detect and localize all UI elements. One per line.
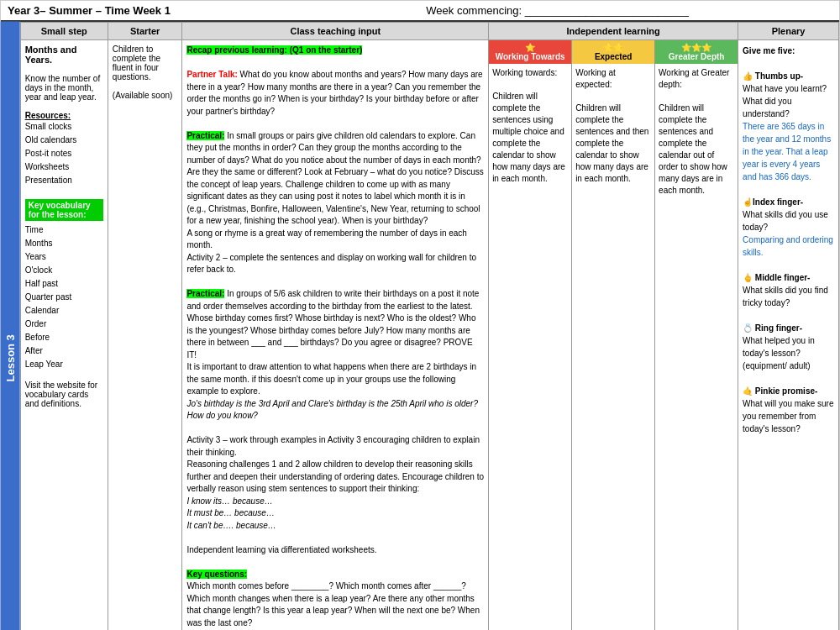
recap-label: Recap previous learning: (Q1 on the star… <box>186 45 484 57</box>
activity2-text: Activity 2 – complete the sentences and … <box>186 252 484 276</box>
practical1-label: Practical: <box>186 131 224 140</box>
exp-text: Working at expected: Children will compl… <box>575 67 651 185</box>
greater-depth-label: Greater Depth <box>669 52 725 61</box>
resource-item: Worksheets <box>25 160 103 174</box>
col-independent: Independent learning <box>489 23 738 40</box>
resource-item: Post-it notes <box>25 147 103 160</box>
expected-cell: ⭐⭐ Expected Working at expected: Childre… <box>572 40 655 631</box>
pinkie-section: 🤙 Pinkie promise- What will you make sur… <box>743 385 834 435</box>
middle-text: What skills did you find tricky today? <box>743 286 828 307</box>
working-towards-cell: ⭐ Working Towards Working towards: Child… <box>489 40 572 631</box>
greater-depth-content: Working at Greater depth: Children will … <box>655 64 738 200</box>
greater-depth-stars: ⭐⭐⭐ <box>681 43 711 52</box>
key-questions-text: Which month comes before ________? Which… <box>186 580 484 629</box>
greater-depth-header: ⭐⭐⭐ Greater Depth <box>655 40 738 64</box>
reasoning-text: Reasoning challenges 1 and 2 allow child… <box>186 459 484 496</box>
important-text: It is important to draw attention to wha… <box>186 361 484 398</box>
website-note: Visit the website for vocabulary cards a… <box>25 381 103 408</box>
pinkie-text: What will you make sure you remember fro… <box>743 399 833 433</box>
page: Year 3– Summer – Time Week 1 Week commen… <box>0 0 840 630</box>
header: Year 3– Summer – Time Week 1 Week commen… <box>1 1 839 22</box>
middle-section: 🖕 Middle finger- What skills did you fin… <box>743 271 834 309</box>
song-text: A song or rhyme is a great way of rememb… <box>186 228 484 252</box>
thumb-section: 👍 Thumbs up- What have you learnt? What … <box>743 70 834 183</box>
week-commencing: Week commencing: _______________________… <box>282 4 832 17</box>
ring-text: What helped you in today's lesson? (equi… <box>743 336 815 370</box>
thumb-text: What have you learnt? What did you under… <box>743 84 827 118</box>
resources-title: Resources: <box>25 111 103 120</box>
small-step-title: Months and Years. <box>25 45 103 65</box>
page-title: Year 3– Summer – Time Week 1 <box>8 4 282 17</box>
vocab-item: Years <box>25 250 103 264</box>
wt-text: Working towards: Children will complete … <box>492 67 568 185</box>
pinkie-title: 🤙 Pinkie promise- <box>743 386 817 396</box>
middle-title: 🖕 Middle finger- <box>743 273 810 282</box>
lesson-label: Lesson 3 <box>1 22 20 630</box>
independent-text: Independent learning via differentiated … <box>186 544 484 557</box>
stem1: I know its… because… <box>186 496 484 508</box>
partner-talk-para: Partner Talk: What do you know about mon… <box>186 69 484 118</box>
practical1-para: Practical: In small groups or pairs give… <box>186 130 484 228</box>
index-section: ☝Index finger- What skills did you use t… <box>743 196 834 259</box>
practical2-text: In groups of 5/6 ask children to write t… <box>186 289 479 360</box>
key-questions-para: Key questions: <box>186 569 484 581</box>
greater-depth-cell: ⭐⭐⭐ Greater Depth Working at Greater dep… <box>655 40 738 631</box>
partner-talk-label: Partner Talk: <box>186 70 237 79</box>
working-towards-label: Working Towards <box>496 52 565 61</box>
content-wrap: Lesson 3 Small step Starter Class teachi… <box>1 22 839 630</box>
key-vocab-label: Key vocabulary for the lesson: <box>25 199 103 221</box>
vocab-item: After <box>25 344 103 358</box>
main-table: Small step Starter Class teaching input … <box>20 22 839 630</box>
example-italic: Jo's birthday is the 3rd April and Clare… <box>186 398 484 423</box>
practical2-label: Practical: <box>186 289 224 298</box>
vocab-item: Leap Year <box>25 358 103 371</box>
small-step-description: Know the number of days in the month, ye… <box>25 74 103 102</box>
expected-header: ⭐⭐ Expected <box>572 40 654 64</box>
col-starter: Starter <box>108 23 182 40</box>
col-class-teaching: Class teaching input <box>182 23 489 40</box>
recap-highlight: Recap previous learning: (Q1 on the star… <box>186 45 362 55</box>
resource-item: Presentation <box>25 174 103 187</box>
resource-item: Old calendars <box>25 134 103 147</box>
vocab-item: Months <box>25 237 103 250</box>
resource-item: Small clocks <box>25 120 103 134</box>
ring-section: 💍 Ring finger- What helped you in today'… <box>743 322 834 372</box>
stem2: It must be… because… <box>186 507 484 520</box>
teaching-cell: Recap previous learning: (Q1 on the star… <box>182 40 489 631</box>
expected-stars: ⭐⭐ <box>603 43 623 52</box>
index-blue: Comparing and ordering skills. <box>743 235 833 257</box>
vocab-item: Quarter past <box>25 291 103 304</box>
practical1-text: In small groups or pairs give children o… <box>186 131 483 226</box>
working-towards-header: ⭐ Working Towards <box>489 40 571 64</box>
vocab-item: Order <box>25 318 103 331</box>
gd-text: Working at Greater depth: Children will … <box>659 67 734 197</box>
activity3-text: Activity 3 – work through examples in Ac… <box>186 434 484 459</box>
working-towards-star: ⭐ <box>525 43 535 52</box>
vocab-list: Time Months Years O'clock Half past Quar… <box>25 223 103 371</box>
col-plenary: Plenary <box>738 23 839 40</box>
resources-list: Small clocks Old calendars Post-it notes… <box>25 120 103 187</box>
starter-text: Children to complete the fluent in four … <box>113 45 178 81</box>
col-small-step: Small step <box>20 23 108 40</box>
plenary-intro: Give me five: <box>743 45 834 57</box>
vocab-item: Half past <box>25 277 103 291</box>
key-questions-label: Key questions: <box>186 570 247 579</box>
starter-available: (Available soon) <box>113 91 178 100</box>
practical2-para: Practical: In groups of 5/6 ask children… <box>186 288 484 361</box>
expected-label: Expected <box>595 52 632 61</box>
working-towards-content: Working towards: Children will complete … <box>489 64 571 188</box>
vocab-item: Before <box>25 331 103 344</box>
index-text: What skills did you use today? <box>743 210 828 232</box>
index-title: ☝Index finger- <box>743 197 803 207</box>
thumb-title: 👍 Thumbs up- <box>743 71 803 81</box>
vocab-item: Time <box>25 223 103 237</box>
plenary-cell: Give me five: 👍 Thumbs up- What have you… <box>738 40 839 631</box>
thumb-blue: There are 365 days in the year and 12 mo… <box>743 122 831 181</box>
small-step-cell: Months and Years. Know the number of day… <box>20 40 108 631</box>
starter-cell: Children to complete the fluent in four … <box>108 40 182 631</box>
vocab-item: O'clock <box>25 264 103 277</box>
ring-title: 💍 Ring finger- <box>743 323 802 333</box>
stem3: It can't be…. because… <box>186 520 484 533</box>
expected-content: Working at expected: Children will compl… <box>572 64 654 188</box>
vocab-item: Calendar <box>25 304 103 318</box>
